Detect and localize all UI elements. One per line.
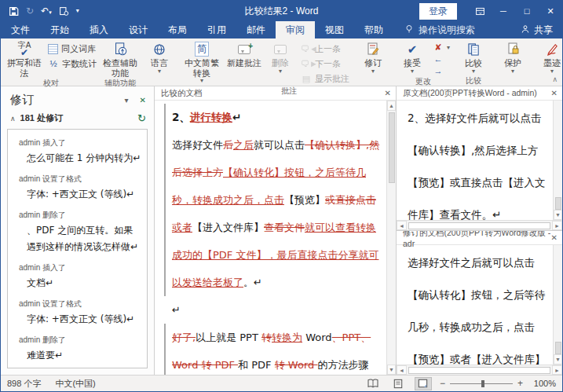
spelling-grammar-button[interactable]: 字A✔ 拼写和语法 [3, 39, 46, 78]
tab-home[interactable]: 开始 [40, 21, 79, 38]
scroll-left-icon[interactable]: ◄ [397, 365, 407, 375]
original-vertical-scrollbar[interactable]: ▼ [553, 101, 562, 220]
scroll-left-icon[interactable]: ◄ [397, 221, 407, 230]
reject-button[interactable]: ✘▾ [430, 42, 452, 53]
tab-references[interactable]: 引用 [197, 21, 236, 38]
revision-item[interactable]: admin 插入了文档↵ [19, 262, 142, 291]
touch-mouse-mode-icon[interactable] [59, 6, 69, 16]
ribbon-display-options-icon[interactable] [468, 1, 492, 21]
chinese-conversion-button[interactable]: 简 中文简繁转换 ▾ [181, 39, 223, 84]
show-comments-button: ▤ 显示批注 [298, 72, 352, 86]
language-button[interactable]: 语言 ▾ [141, 39, 177, 75]
zoom-in-button[interactable]: + [517, 378, 523, 389]
scroll-right-icon[interactable]: ► [552, 221, 562, 230]
thesaurus-button[interactable]: 同义词库 [46, 42, 99, 56]
revised-pane-close-icon[interactable]: ✕ [551, 233, 558, 242]
thesaurus-icon [48, 44, 58, 54]
word-count-status[interactable]: 898 个字 [7, 378, 41, 390]
new-comment-button[interactable]: + 新建批注 [226, 39, 262, 68]
zoom-slider[interactable] [450, 383, 513, 384]
refresh-icon[interactable]: ↻ [137, 112, 146, 124]
language-status[interactable]: 中文(中国) [55, 378, 95, 390]
revision-meta: admin 设置了格式 [19, 174, 142, 185]
collapse-ribbon-icon[interactable]: ∧ [552, 75, 558, 83]
tab-help[interactable]: 帮助 [354, 21, 393, 38]
revision-meta: admin 插入了 [19, 137, 142, 148]
next-change-icon: → [433, 67, 444, 75]
check-accessibility-button[interactable]: 检查辅助功能 [102, 39, 138, 78]
revision-item[interactable]: admin 设置了格式字体: +西文正文 (等线)↵ [19, 174, 142, 203]
protect-button[interactable]: 保护 ▾ [495, 39, 531, 75]
revisions-pane-close-icon[interactable]: ✕ [140, 96, 146, 104]
group-comments: + 新建批注 删除 ▾ 🗨◄ 上一条 🗨► 下一条 [225, 39, 353, 86]
tab-design[interactable]: 设计 [119, 21, 158, 38]
tab-mailings[interactable]: 邮件 [236, 21, 276, 38]
qat-customize-icon[interactable]: ▾ [76, 8, 79, 14]
original-document-body[interactable]: 2、选择好文件后就可以点击【确认转换】,然后选择上方【预览】或直接点击【进入文件… [397, 101, 553, 220]
collapse-revisions-icon[interactable]: ∧ [10, 115, 16, 123]
deleted-text: 或直接点击 [325, 194, 376, 206]
revision-item[interactable]: admin 删除了难道要↵ [19, 335, 142, 364]
web-layout-button[interactable] [415, 377, 432, 390]
close-button[interactable]: ✕ [539, 1, 562, 21]
scroll-down-icon[interactable]: ▼ [554, 210, 562, 220]
tab-insert[interactable]: 插入 [79, 21, 119, 38]
maximize-button[interactable]: □ [515, 1, 539, 21]
print-layout-button[interactable] [389, 377, 407, 390]
accept-button[interactable]: ✔ 接受 ▾ [394, 39, 430, 75]
compared-pane-close-icon[interactable]: ✕ [385, 89, 391, 97]
revision-item[interactable]: admin 删除了、PDF 之间的互转。如果遇到这样的情况该怎样做↵ [19, 210, 142, 255]
revision-content: 怎么可能在 1 分钟内转为↵ [19, 150, 142, 167]
tell-me-search[interactable]: 操作说明搜索 [404, 21, 475, 38]
revised-horizontal-scrollbar[interactable]: ◄ ► [397, 365, 562, 375]
zoom-slider-thumb[interactable] [481, 380, 484, 387]
changes-group-label: 更改 [394, 76, 452, 86]
scroll-thumb[interactable] [389, 112, 395, 183]
scroll-thumb[interactable] [555, 342, 561, 354]
scroll-down-icon[interactable]: ▼ [387, 365, 396, 375]
scroll-up-icon[interactable]: ▲ [387, 101, 396, 111]
word-count-button[interactable]: ½ 字数统计 [46, 57, 99, 71]
revision-content: 字体: +西文正文 (等线)↵ [19, 311, 142, 328]
pane-dropdown-icon[interactable]: ▾ [125, 96, 129, 104]
scroll-thumb[interactable] [408, 367, 550, 374]
original-pane-close-icon[interactable]: ✕ [551, 89, 558, 97]
tab-layout[interactable]: 布局 [158, 21, 197, 38]
zoom-out-button[interactable]: − [440, 378, 445, 389]
scroll-right-icon[interactable]: ► [552, 365, 562, 375]
scroll-thumb[interactable] [555, 197, 561, 210]
original-horizontal-scrollbar[interactable]: ◄ ► [397, 220, 562, 230]
zoom-percentage[interactable]: 100% [531, 379, 556, 388]
compared-document-body[interactable]: 2、进行转换↵选择好文件后之后就可以点击【确认转换】,然后选择上方【确认转化】按… [155, 101, 386, 375]
revision-meta: admin 删除了 [19, 210, 142, 221]
previous-change-button[interactable]: ← [430, 54, 452, 64]
tab-review[interactable]: 审阅 [276, 21, 315, 38]
new-comment-icon: + [238, 42, 250, 57]
save-icon[interactable] [9, 6, 19, 16]
compare-group-label: 比较 [455, 75, 492, 86]
tab-file[interactable]: 文件 [1, 21, 40, 38]
compared-vertical-scrollbar[interactable]: ▲ ▼ [386, 101, 396, 375]
previous-change-icon: ← [433, 55, 444, 64]
login-button[interactable]: 登录 [419, 3, 457, 20]
revised-document-body[interactable]: 选择好文件之后就可以点击【确认转化】按钮，之后等待几秒，转换成功之后，点击【预览… [397, 245, 553, 365]
share-button[interactable]: 共享 [521, 21, 562, 38]
text-run: 。↵ [243, 277, 262, 288]
revised-vertical-scrollbar[interactable]: ▼ [553, 245, 562, 365]
undo-icon[interactable]: ↶▾ [41, 6, 52, 16]
read-mode-icon [367, 379, 378, 388]
minimize-button[interactable]: ─ [492, 1, 515, 21]
revision-item[interactable]: admin 设置了格式字体: +西文正文 (等线)↵ [19, 299, 142, 328]
zoom-control: − + [440, 378, 523, 389]
read-mode-button[interactable] [364, 377, 382, 390]
source-documents-column: 原文档(200页PPT转换Word - admin) ✕ 2、选择好文件后就可以… [397, 86, 562, 375]
tab-view[interactable]: 视图 [315, 21, 354, 38]
ink-button[interactable]: 墨迹 ▾ [534, 39, 563, 75]
compare-button[interactable]: 比较 ▾ [455, 39, 492, 75]
deleted-text: 转 [261, 332, 272, 343]
next-change-button[interactable]: → [430, 66, 452, 76]
revision-item[interactable]: admin 插入了怎么可能在 1 分钟内转为↵ [19, 137, 142, 167]
scroll-thumb[interactable] [408, 222, 550, 229]
track-changes-button[interactable]: 修订 ▾ [355, 39, 391, 75]
scroll-down-icon[interactable]: ▼ [554, 354, 562, 365]
